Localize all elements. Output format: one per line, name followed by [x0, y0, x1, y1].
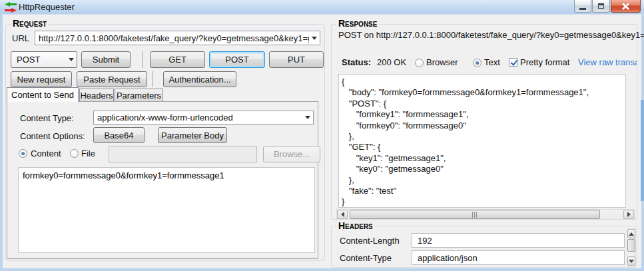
post-button[interactable]: POST [209, 51, 265, 68]
window-border-accent [641, 100, 644, 201]
content-radio-label[interactable]: Content [31, 148, 61, 158]
scroll-right-icon [627, 212, 631, 217]
parameter-body-button[interactable]: Parameter Body [158, 127, 227, 143]
header-row-name: Content-Type [340, 253, 392, 263]
method-dropdown-value: POST [11, 55, 66, 65]
tab-content-to-send[interactable]: Content to Send [7, 87, 79, 102]
headers-vscrollbar[interactable] [627, 228, 636, 266]
scroll-left-button[interactable] [337, 210, 348, 219]
vscroll-thumb[interactable] [627, 239, 635, 252]
scroll-up-icon [629, 232, 634, 236]
tab-parameters[interactable]: Parameters [115, 89, 163, 102]
window-border-left [0, 15, 3, 271]
method-dropdown[interactable]: POST [11, 51, 77, 68]
scroll-grip-icon [472, 212, 478, 218]
headers-group-label: Headers [336, 221, 375, 231]
base64-button[interactable]: Base64 [93, 127, 145, 143]
browse-button: Browse... [263, 146, 320, 162]
separator [152, 71, 153, 87]
close-icon [621, 2, 630, 11]
header-row-name: Content-Length [340, 236, 400, 246]
app-window: HttpRequester Request URL http://127.0.0… [0, 0, 644, 271]
content-length-field[interactable]: 192 [412, 233, 625, 248]
maximize-icon [598, 3, 604, 9]
view-raw-transaction-link[interactable]: View raw transa [578, 57, 637, 67]
response-group-label: Response [336, 19, 379, 29]
url-dropdown-icon[interactable] [309, 37, 320, 40]
method-dropdown-icon[interactable] [66, 58, 77, 61]
scroll-left-icon [341, 212, 344, 217]
new-request-button[interactable]: New request [11, 71, 72, 87]
content-options-label: Content Options: [20, 131, 85, 141]
content-type-dropdown[interactable]: application/x-www-form-urlencoded [93, 111, 314, 125]
content-type-label: Content Type: [20, 113, 74, 123]
content-radio[interactable] [19, 149, 27, 158]
file-radio-label[interactable]: File [81, 148, 95, 158]
minimize-icon [579, 8, 586, 10]
pretty-format-checkbox[interactable] [509, 58, 517, 67]
status-value: 200 OK [377, 57, 406, 67]
scroll-right-button[interactable] [623, 210, 634, 219]
scroll-up-button[interactable] [627, 229, 635, 238]
window-title: HttpRequester [19, 0, 75, 14]
response-request-line: POST on http://127.0.0.1:8000/faketest/f… [338, 29, 638, 41]
tab-headers[interactable]: Headers [79, 89, 114, 102]
request-body-textarea[interactable] [18, 167, 315, 253]
close-button[interactable] [611, 0, 641, 13]
url-label: URL [12, 33, 29, 43]
content-type-dropdown-icon[interactable] [302, 116, 313, 119]
url-combobox[interactable]: http://127.0.0.1:8000/faketest/fake_quer… [35, 31, 320, 45]
put-button[interactable]: PUT [269, 51, 324, 68]
maximize-button[interactable] [592, 0, 610, 13]
file-radio[interactable] [70, 149, 79, 158]
text-radio[interactable] [473, 59, 482, 67]
content-type-header-field[interactable]: application/json [412, 250, 625, 265]
window-border-bottom [0, 268, 644, 271]
browser-radio-label[interactable]: Browser [426, 57, 458, 67]
titlebar[interactable]: HttpRequester [0, 0, 644, 15]
minimize-button[interactable] [574, 0, 591, 13]
scroll-down-button[interactable] [627, 256, 635, 266]
response-body-box[interactable]: { "body": "formkey0=formmessage0&formkey… [338, 74, 626, 208]
url-value: http://127.0.0.1:8000/faketest/fake_quer… [35, 33, 309, 43]
hscroll-thumb[interactable] [350, 210, 600, 219]
app-icon [5, 2, 17, 13]
authentication-button[interactable]: Authentication... [163, 71, 236, 87]
pretty-format-label[interactable]: Pretty format [520, 57, 569, 67]
paste-request-button[interactable]: Paste Request [77, 71, 147, 87]
submit-button[interactable]: Submit [81, 51, 131, 68]
response-body-json: { "body": "formkey0=formmessage0&formkey… [339, 75, 625, 208]
get-button[interactable]: GET [150, 51, 205, 68]
file-path-field [109, 146, 257, 162]
scroll-down-icon [629, 260, 634, 263]
browser-radio[interactable] [415, 59, 424, 67]
status-label: Status: [342, 57, 371, 67]
response-hscrollbar[interactable] [336, 209, 635, 220]
content-type-value: application/x-www-form-urlencoded [94, 113, 302, 123]
request-group-label: Request [11, 19, 49, 29]
separator [142, 51, 143, 68]
text-radio-label[interactable]: Text [484, 57, 500, 67]
